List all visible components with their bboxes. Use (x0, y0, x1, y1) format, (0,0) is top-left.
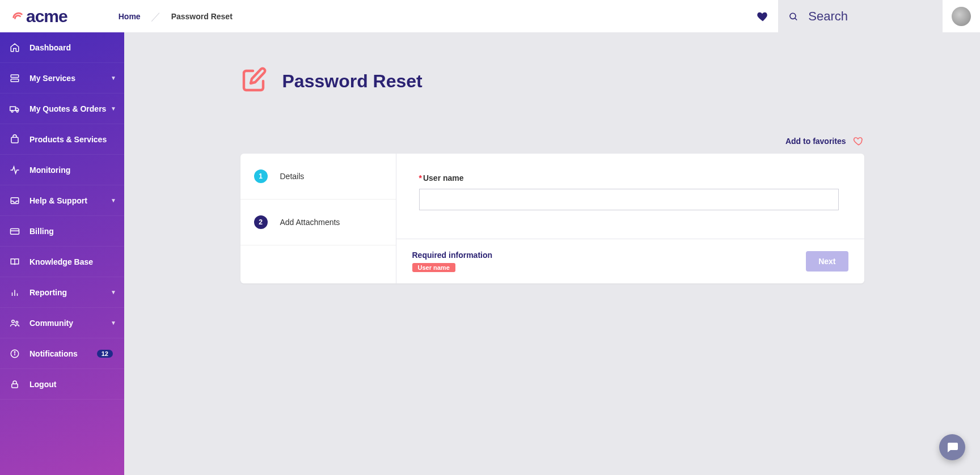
sidebar-item-dashboard[interactable]: Dashboard (0, 32, 124, 63)
chevron-down-icon: ▼ (111, 105, 116, 112)
sidebar-item-label: Help & Support (29, 196, 111, 205)
page-title: Password Reset (282, 71, 423, 92)
sidebar-item-label: Products & Services (29, 135, 116, 144)
username-label-text: User name (423, 173, 464, 183)
form-card: 1 Details 2 Add Attachments *User name (240, 154, 864, 283)
svg-point-15 (16, 321, 18, 323)
next-button[interactable]: Next (806, 251, 848, 272)
services-icon (8, 73, 22, 83)
logo-text: acme (26, 7, 67, 26)
bag-icon (8, 134, 22, 145)
svg-point-0 (790, 13, 796, 19)
username-field-group: *User name (419, 173, 842, 210)
step-number: 1 (254, 169, 268, 183)
chevron-down-icon: ▼ (111, 197, 116, 203)
sidebar-item-knowledge-base[interactable]: Knowledge Base (0, 247, 124, 277)
svg-rect-2 (11, 75, 19, 78)
breadcrumb-current: Password Reset (171, 12, 233, 21)
search-box[interactable] (778, 0, 943, 32)
page-header: Password Reset (240, 66, 864, 96)
sidebar-item-label: Dashboard (29, 43, 116, 52)
chat-button[interactable] (939, 434, 965, 460)
svg-line-1 (795, 18, 797, 20)
inbox-icon (8, 196, 22, 206)
svg-rect-19 (12, 384, 18, 388)
sidebar-item-label: Reporting (29, 288, 111, 297)
step-number: 2 (254, 215, 268, 229)
sidebar-item-community[interactable]: Community ▼ (0, 308, 124, 338)
svg-point-18 (14, 351, 15, 353)
username-label: *User name (419, 173, 464, 183)
topbar: acme Home ／ Password Reset (0, 0, 980, 32)
users-icon (8, 318, 22, 328)
home-icon (8, 43, 22, 53)
lock-icon (8, 379, 22, 389)
notifications-badge: 12 (97, 350, 113, 358)
main-content: Password Reset Add to favorites 1 Detail… (124, 32, 980, 475)
activity-icon (8, 165, 22, 175)
sidebar-item-label: Monitoring (29, 166, 116, 175)
required-field-pill: User name (412, 263, 455, 272)
edit-icon (240, 66, 268, 96)
add-to-favorites-button[interactable]: Add to favorites (240, 135, 864, 147)
sidebar-item-label: Notifications (29, 349, 97, 358)
svg-rect-7 (11, 137, 18, 143)
svg-point-6 (16, 111, 18, 112)
logo-mark-icon (11, 9, 24, 24)
heart-icon (757, 10, 769, 23)
truck-icon (8, 104, 22, 114)
favorites-button[interactable] (747, 0, 778, 32)
book-icon (8, 257, 22, 267)
step-details[interactable]: 1 Details (240, 154, 396, 200)
chevron-down-icon: ▼ (111, 289, 116, 295)
sidebar-item-label: Knowledge Base (29, 257, 116, 266)
breadcrumb-home[interactable]: Home (119, 12, 141, 21)
svg-rect-9 (11, 228, 19, 234)
svg-point-14 (12, 320, 15, 323)
svg-rect-3 (11, 79, 19, 82)
avatar[interactable] (952, 7, 971, 26)
sidebar-item-monitoring[interactable]: Monitoring (0, 155, 124, 185)
form-footer: Required information User name Next (396, 239, 864, 283)
chat-icon (945, 440, 959, 454)
sidebar-item-label: Community (29, 319, 111, 328)
svg-rect-4 (10, 107, 16, 111)
sidebar-item-help-support[interactable]: Help & Support ▼ (0, 185, 124, 216)
sidebar-item-billing[interactable]: Billing (0, 216, 124, 247)
search-icon (788, 11, 798, 22)
sidebar-item-reporting[interactable]: Reporting ▼ (0, 277, 124, 308)
step-nav: 1 Details 2 Add Attachments (240, 154, 396, 283)
sidebar-item-my-services[interactable]: My Services ▼ (0, 63, 124, 94)
info-icon (8, 349, 22, 359)
sidebar-item-label: Billing (29, 227, 116, 236)
step-label: Add Attachments (280, 218, 340, 227)
sidebar-item-label: Logout (29, 380, 116, 389)
step-add-attachments[interactable]: 2 Add Attachments (240, 200, 396, 245)
sidebar-item-notifications[interactable]: Notifications 12 (0, 338, 124, 369)
sidebar-item-logout[interactable]: Logout (0, 369, 124, 400)
bar-chart-icon (8, 287, 22, 298)
sidebar-item-label: My Quotes & Orders (29, 104, 111, 113)
required-info-heading: Required information (412, 251, 493, 260)
search-input[interactable] (807, 9, 932, 24)
svg-point-5 (11, 111, 13, 112)
sidebar-item-quotes-orders[interactable]: My Quotes & Orders ▼ (0, 94, 124, 124)
chevron-down-icon: ▼ (111, 320, 116, 326)
add-to-favorites-label: Add to favorites (785, 137, 846, 146)
breadcrumb-separator-icon: ／ (151, 10, 161, 23)
sidebar-item-products-services[interactable]: Products & Services (0, 124, 124, 155)
form-area: *User name Required information User nam… (396, 154, 864, 283)
chevron-down-icon: ▼ (111, 75, 116, 81)
breadcrumb: Home ／ Password Reset (119, 10, 233, 23)
required-star-icon: * (419, 173, 422, 183)
sidebar-item-label: My Services (29, 74, 111, 83)
logo[interactable]: acme (11, 7, 67, 26)
heart-outline-icon (853, 135, 864, 147)
step-label: Details (280, 172, 305, 181)
credit-card-icon (8, 226, 22, 236)
sidebar: Dashboard My Services ▼ My Quotes & Orde… (0, 32, 124, 475)
username-input[interactable] (419, 189, 839, 210)
